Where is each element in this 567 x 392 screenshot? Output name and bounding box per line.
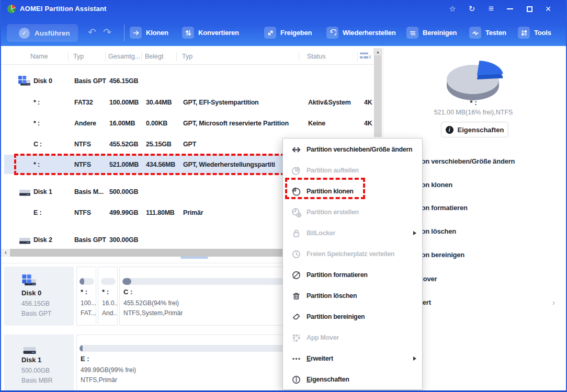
shredder-icon: [406, 27, 418, 39]
scroll-up-icon[interactable]: ▲: [373, 48, 382, 55]
toolbar-button-convert[interactable]: Konvertieren: [182, 27, 239, 39]
trash-icon: [291, 291, 301, 301]
hamburger-menu-icon[interactable]: ≡: [485, 3, 497, 15]
disk0-card[interactable]: Disk 0 456.15GB Basis GPT: [4, 267, 74, 326]
menu-item-delete[interactable]: Partition löschen: [283, 285, 422, 306]
eraser-icon: [291, 312, 301, 322]
move-resize-icon: [291, 144, 301, 155]
col-header-typ2[interactable]: Typ: [182, 53, 192, 60]
partition-block-msr[interactable]: * : 16.0... And...: [98, 267, 118, 326]
app-title: AOMEI Partition Assistant: [20, 5, 107, 13]
clone-arrow-icon: [130, 27, 142, 39]
disk-icon: [18, 234, 31, 246]
check-icon: ✓: [19, 28, 30, 39]
disk-windows-icon: [21, 274, 37, 287]
window-border: [0, 0, 1, 392]
menu-item-bitlocker[interactable]: BitLocker: [283, 223, 422, 244]
toolbar-button-test[interactable]: Testen: [469, 27, 506, 39]
toolbar-divider: [124, 25, 124, 41]
pulse-icon: [469, 27, 481, 39]
disk1-card[interactable]: Disk 1 500.00GB Basis MBR: [4, 335, 74, 391]
disk-icon: [18, 186, 31, 198]
table-row-efi[interactable]: * : FAT32 100.00MB 30.44MB GPT, EFI-Syst…: [1, 94, 373, 111]
volume-info: 521.00 MB(16% frei),NTFS: [395, 109, 552, 116]
share-diagonal-icon: [264, 27, 276, 39]
menu-item-properties[interactable]: Eigenschaften: [283, 369, 422, 390]
partition-block-efi[interactable]: * : 100.... FAT...: [76, 267, 96, 326]
pie-split-icon: [291, 165, 301, 176]
app-window: AOMEI Partition Assistant ☆ ↻ ≡ × ✓ Ausf…: [0, 0, 567, 392]
menu-item-wipe[interactable]: Partition bereinigen: [283, 306, 422, 327]
clock-icon: [291, 249, 301, 259]
toolbar-button-share[interactable]: Freigeben: [264, 27, 312, 39]
col-header-status[interactable]: Status: [307, 53, 325, 60]
disk-windows-icon: [18, 75, 31, 87]
minimize-button[interactable]: [504, 3, 516, 15]
lock-icon: [291, 228, 301, 238]
info-icon: [291, 374, 301, 385]
disk-icon: [21, 343, 37, 356]
volume-label: * :: [408, 99, 539, 107]
table-header[interactable]: Name Typ Gesamtg... Belegt Typ Status: [1, 48, 373, 65]
context-menu: Partition verschieben/Größe ändern Parti…: [282, 138, 423, 390]
grid-icon: [518, 27, 530, 39]
col-header-name[interactable]: Name: [30, 53, 48, 60]
titlebar: AOMEI Partition Assistant ☆ ↻ ≡ ×: [0, 0, 567, 18]
app-grid-icon: [291, 332, 301, 343]
table-row-msr[interactable]: * : Andere 16.00MB 0.00KB GPT, Microsoft…: [1, 114, 373, 132]
execute-button[interactable]: ✓ Ausführen: [7, 24, 78, 42]
undo-icon[interactable]: ↶: [88, 26, 96, 38]
properties-button[interactable]: i Eigenschaften: [441, 122, 508, 137]
menu-item-advanced[interactable]: Erweitert: [283, 348, 422, 369]
pie-plus-icon: [291, 207, 301, 217]
restore-arrow-icon: [326, 27, 338, 39]
scroll-left-icon[interactable]: ‹: [2, 249, 9, 257]
toolbar-button-tools[interactable]: Tools: [518, 27, 551, 39]
panel-splitter-handle[interactable]: [180, 257, 208, 259]
header: AOMEI Partition Assistant ☆ ↻ ≡ × ✓ Ausf…: [0, 0, 567, 46]
column-view-icon[interactable]: [359, 52, 372, 61]
pie-slash-icon: [291, 270, 301, 280]
toolbar-button-clean[interactable]: Bereinigen: [406, 27, 457, 39]
toolbar-button-restore[interactable]: Wiederherstellen: [326, 27, 395, 39]
info-icon: i: [446, 126, 453, 134]
vertical-scrollbar-thumb[interactable]: [374, 55, 382, 137]
menu-item-allocate-free-space[interactable]: Freien Speicherplatz verteilen: [283, 244, 422, 264]
menu-item-create[interactable]: Partition erstellen: [283, 202, 422, 223]
col-header-gesamt[interactable]: Gesamtg...: [108, 53, 140, 60]
clone-menu-annotation-box: [285, 178, 365, 199]
menu-item-move-resize[interactable]: Partition verschieben/Größe ändern: [283, 139, 422, 160]
table-row-disk0[interactable]: Disk 0 Basis GPT 456.15GB: [1, 72, 373, 90]
close-button[interactable]: ×: [542, 3, 554, 15]
col-header-typ[interactable]: Typ: [73, 53, 84, 60]
horizontal-scrollbar-thumb[interactable]: [10, 249, 284, 257]
volume-usage-pie: [438, 55, 509, 105]
menu-item-format[interactable]: Partition formatieren: [283, 264, 422, 285]
toolbar-button-clone[interactable]: Klonen: [130, 27, 168, 39]
star-icon[interactable]: ☆: [446, 3, 459, 15]
convert-arrows-icon: [182, 27, 194, 39]
chevron-right-icon[interactable]: ›: [552, 298, 555, 307]
dots-icon: [291, 353, 301, 364]
app-logo-icon: [7, 4, 16, 14]
menu-item-app-mover[interactable]: App Mover: [283, 327, 422, 348]
submenu-arrow-icon: [413, 356, 416, 361]
maximize-button[interactable]: [523, 3, 536, 15]
refresh-icon[interactable]: ↻: [466, 3, 478, 15]
col-header-belegt[interactable]: Belegt: [145, 53, 163, 60]
submenu-arrow-icon: [413, 231, 416, 235]
selected-row-annotation-box: [14, 154, 285, 175]
redo-icon[interactable]: ↷: [103, 26, 111, 38]
